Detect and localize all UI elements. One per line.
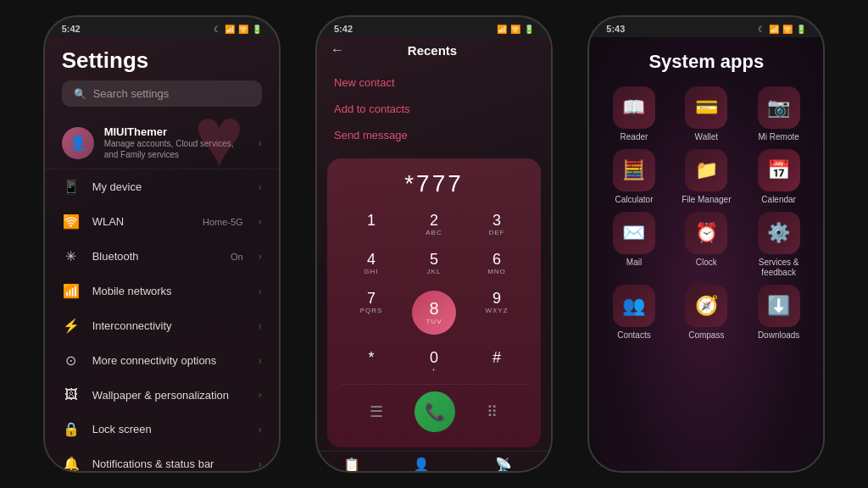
- new-contact-button[interactable]: New contact: [334, 69, 534, 96]
- app-services[interactable]: ⚙️ Services & feedback: [746, 212, 811, 278]
- cal-label: Calendar: [761, 195, 796, 205]
- compass-icon: 🧭: [687, 286, 726, 325]
- settings-item-lockscreen[interactable]: 🔒 Lock screen ›: [45, 412, 279, 446]
- app-calculator[interactable]: 🧮 Calculator: [601, 149, 666, 205]
- dial-key-hash[interactable]: #: [466, 343, 527, 380]
- call-button[interactable]: 📞: [415, 391, 455, 432]
- dial-key-6[interactable]: 6MNO: [466, 245, 527, 282]
- dial-key-2[interactable]: 2ABC: [403, 206, 465, 243]
- wallpaper-icon: 🖼: [62, 387, 81, 402]
- dial-key-4[interactable]: 4GHI: [341, 245, 402, 282]
- time-3: 5:43: [606, 24, 625, 34]
- avatar: 👤: [62, 127, 94, 159]
- settings-item-mobile[interactable]: 📶 Mobile networks ›: [45, 274, 279, 308]
- wallet-label: Wallet: [695, 132, 718, 142]
- dial-key-3[interactable]: 3DEF: [466, 206, 527, 243]
- search-bar[interactable]: 🔍 Search settings: [62, 80, 262, 107]
- settings-item-more-connectivity[interactable]: ⊙ More connectivity options ›: [45, 343, 279, 378]
- app-filemanager[interactable]: 📁 File Manager: [674, 149, 739, 205]
- battery-icon-1: 🔋: [252, 25, 262, 34]
- dialer-number-display: *777: [341, 170, 527, 197]
- item-label-mobile: Mobile networks: [92, 285, 247, 297]
- signal-icon: 📶: [62, 283, 81, 299]
- app-mail[interactable]: ✉️ Mail: [601, 212, 666, 278]
- screenshot-container: 5:42 ☾ 📶 🛜 🔋 Settings 🔍 Search settings …: [0, 0, 868, 488]
- dialer-screen: ← Recents New contact Add to contacts Se…: [317, 37, 551, 471]
- dial-key-8[interactable]: 8 TUV: [403, 284, 465, 341]
- keypad-icon[interactable]: ⠿: [487, 402, 498, 421]
- cal-icon: 📅: [760, 151, 798, 190]
- app-remote[interactable]: 📷 Mi Remote: [746, 86, 811, 142]
- add-to-contacts-button[interactable]: Add to contacts: [334, 96, 534, 122]
- chevron-icon: ›: [259, 286, 262, 297]
- dial-key-1[interactable]: 1: [341, 206, 402, 243]
- item-label-mydevice: My device: [92, 180, 247, 193]
- cal-icon-wrap: 📅: [758, 149, 800, 191]
- dialer-bottom-bar: ☰ 📞 ⠿: [341, 384, 527, 439]
- app-compass[interactable]: 🧭 Compass: [674, 285, 739, 341]
- device-icon: 📱: [62, 179, 81, 195]
- files-icon-wrap: 📁: [685, 149, 727, 191]
- settings-item-mydevice[interactable]: 📱 My device ›: [45, 169, 279, 204]
- item-label-bluetooth: Bluetooth: [92, 250, 219, 263]
- chevron-icon: ›: [259, 355, 262, 367]
- dial-key-7[interactable]: 7PQRS: [341, 284, 402, 341]
- app-reader[interactable]: 📖 Reader: [601, 86, 666, 142]
- dial-key-5[interactable]: 5JKL: [403, 245, 465, 282]
- dial-key-0[interactable]: 0+: [403, 343, 465, 380]
- phone-dialer: 5:42 📶 🛜 🔋 ← Recents New contact Add to …: [315, 15, 553, 473]
- app-calendar[interactable]: 📅 Calendar: [746, 149, 811, 205]
- back-button[interactable]: ←: [331, 42, 344, 58]
- app-contacts[interactable]: 👥 Contacts: [601, 285, 666, 341]
- lock-icon: 🔒: [62, 421, 81, 437]
- app-downloads[interactable]: ⬇️ Downloads: [746, 285, 811, 341]
- moon-icon-1: ☾: [214, 25, 221, 34]
- status-bar-2: 5:42 📶 🛜 🔋: [317, 17, 551, 37]
- app-clock[interactable]: ⏰ Clock: [674, 212, 739, 278]
- settings-item-interconnect[interactable]: ⚡ Interconnectivity ›: [45, 308, 279, 343]
- tab-contacts[interactable]: 👤 Contacts: [404, 457, 437, 471]
- settings-item-wallpaper[interactable]: 🖼 Wallpaper & personalization ›: [45, 378, 279, 412]
- send-message-button[interactable]: Send message: [334, 122, 534, 148]
- battery-icon-3: 🔋: [796, 25, 806, 34]
- app-wallet[interactable]: 💳 Wallet: [674, 86, 739, 142]
- chevron-icon: ›: [259, 181, 262, 193]
- download-icon: ⬇️: [760, 286, 798, 325]
- apps-screen: System apps 📖 Reader 💳 Wallet 📷: [589, 37, 823, 471]
- time-2: 5:42: [334, 24, 353, 34]
- tab-recents[interactable]: 📋 Recents: [336, 457, 367, 471]
- notif-icon: 🔔: [62, 456, 81, 471]
- dialer-title: Recents: [353, 43, 512, 58]
- clock-icon-wrap: ⏰: [685, 212, 727, 254]
- clock-icon: ⏰: [687, 214, 726, 252]
- wlan-value: Home-5G: [203, 217, 243, 227]
- wifi-icon: 🛜: [62, 214, 81, 230]
- menu-icon[interactable]: ☰: [370, 402, 383, 421]
- time-1: 5:42: [62, 24, 81, 34]
- apps-grid: 📖 Reader 💳 Wallet 📷 Mi Remote: [589, 83, 823, 344]
- tab-carrier[interactable]: 📡 Carrier Service: [476, 457, 532, 471]
- battery-icon-2: 🔋: [524, 25, 534, 34]
- bluetooth-value: On: [231, 252, 243, 262]
- phone-settings: 5:42 ☾ 📶 🛜 🔋 Settings 🔍 Search settings …: [43, 15, 281, 473]
- signal-icon-3: 📶: [769, 25, 779, 34]
- user-desc: Manage accounts, Cloud services, and Fam…: [104, 138, 248, 160]
- contacts-tab-icon: 👤: [404, 457, 437, 471]
- service-icon-wrap: ⚙️: [758, 212, 800, 254]
- dialer-tab-bar: 📋 Recents 👤 Contacts 📡 Carrier Service: [317, 451, 551, 471]
- user-profile[interactable]: 👤 MIUIThemer Manage accounts, Cloud serv…: [45, 117, 279, 169]
- settings-item-notifications[interactable]: 🔔 Notifications & status bar ›: [45, 446, 279, 471]
- dial-key-star[interactable]: *: [341, 343, 402, 380]
- bluetooth-icon: ✳: [62, 248, 81, 264]
- settings-item-wlan[interactable]: 🛜 WLAN Home-5G ›: [45, 204, 279, 239]
- interconnect-icon: ⚡: [62, 318, 81, 334]
- item-label-more-conn: More connectivity options: [92, 354, 247, 367]
- dialer-header: ← Recents: [317, 37, 551, 63]
- dial-key-9[interactable]: 9WXYZ: [466, 284, 527, 341]
- chevron-icon: ›: [259, 389, 262, 401]
- settings-item-bluetooth[interactable]: ✳ Bluetooth On ›: [45, 239, 279, 274]
- item-label-lockscreen: Lock screen: [92, 423, 247, 435]
- item-label-notifications: Notifications & status bar: [92, 458, 247, 470]
- wifi-icon-3: 🛜: [782, 25, 793, 34]
- signal-icon-2: 📶: [497, 25, 507, 34]
